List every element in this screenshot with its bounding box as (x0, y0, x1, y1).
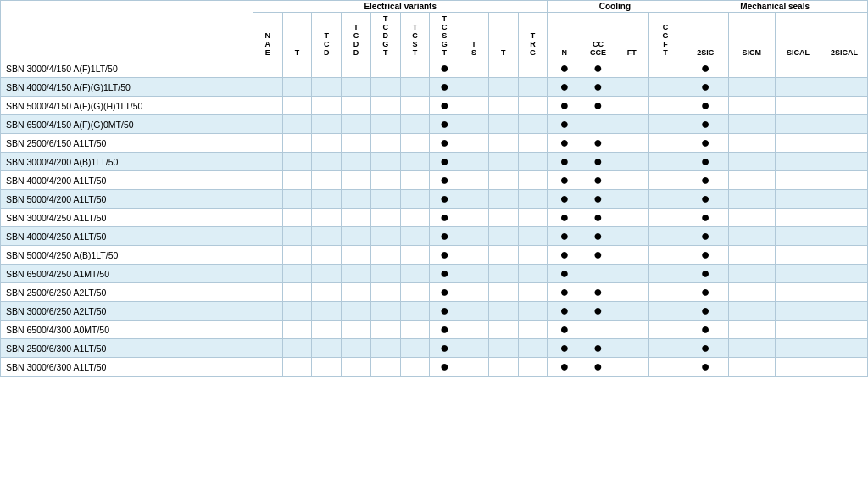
mech-cell: ● (682, 283, 729, 302)
table-row: SBN 4000/4/150 A(F)(G)1LT/50●●●● (1, 78, 868, 97)
elec-cell (518, 321, 548, 339)
elec-cell (342, 302, 371, 321)
mech-cell (821, 358, 868, 376)
mech-cell: ● (682, 115, 729, 134)
cool-cell (648, 153, 682, 171)
row-name: SBN 3000/4/150 A(F)1LT/50 (1, 59, 253, 78)
elec-cell (282, 97, 312, 115)
cool-cell: ● (548, 246, 581, 265)
elec-cell (518, 78, 548, 97)
elec-cell: ● (430, 358, 459, 376)
cool-cell: ● (581, 78, 615, 97)
cool-cell (615, 265, 648, 283)
cool-cell: ● (548, 115, 581, 134)
cool-cell (581, 265, 615, 283)
elec-cell (342, 171, 371, 190)
elec-cell (282, 227, 312, 246)
mech-cell (775, 171, 821, 190)
elec-cell (459, 283, 489, 302)
elec-cell (282, 134, 312, 153)
elec-cell: ● (430, 321, 459, 339)
cool-cell: ● (548, 265, 581, 283)
elec-cell (518, 59, 548, 78)
mech-cell (728, 171, 775, 190)
cool-cell: ● (548, 321, 581, 339)
elec-cell (282, 59, 312, 78)
elec-cell (370, 134, 400, 153)
cool-cell (648, 59, 682, 78)
table-row: SBN 6500/4/250 A1MT/50●●● (1, 265, 868, 283)
elec-cell: ● (430, 171, 459, 190)
elec-cell (400, 190, 430, 209)
elec-cell (312, 171, 342, 190)
cool-cell (615, 283, 648, 302)
cool-cell: ● (581, 153, 615, 171)
cool-cell (615, 171, 648, 190)
cool-cell (615, 97, 648, 115)
mech-cell: ● (682, 190, 729, 209)
cooling-header: Cooling (548, 1, 682, 13)
cool-cell (581, 321, 615, 339)
mech-cell (821, 302, 868, 321)
mech-cell: ● (682, 171, 729, 190)
elec-cell (282, 283, 312, 302)
elec-cell (488, 134, 518, 153)
mech-cell (775, 115, 821, 134)
elec-cell (400, 115, 430, 134)
elec-cell (370, 97, 400, 115)
elec-cell (253, 171, 282, 190)
row-name: SBN 3000/4/250 A1LT/50 (1, 209, 253, 227)
elec-cell: ● (430, 283, 459, 302)
cool-cell: ● (548, 339, 581, 358)
mech-cell: ● (682, 227, 729, 246)
cool-cell: ● (581, 171, 615, 190)
mech-cell (728, 339, 775, 358)
elec-cell (312, 153, 342, 171)
mech-col-0: 2SIC (682, 13, 729, 59)
row-name: SBN 5000/4/250 A(B)1LT/50 (1, 246, 253, 265)
elec-cell (400, 358, 430, 376)
elec-cell (342, 115, 371, 134)
mech-cell (728, 78, 775, 97)
cool-cell (648, 134, 682, 153)
elec-cell (282, 339, 312, 358)
elec-cell (518, 134, 548, 153)
mech-cell (728, 59, 775, 78)
elec-cell (370, 358, 400, 376)
mech-cell (775, 209, 821, 227)
elec-cell (400, 59, 430, 78)
table-row: SBN 4000/4/250 A1LT/50●●●● (1, 227, 868, 246)
elec-cell: ● (430, 339, 459, 358)
elec-cell (342, 227, 371, 246)
elec-col-0: NAE (253, 13, 282, 59)
elec-cell (342, 358, 371, 376)
elec-cell (312, 227, 342, 246)
elec-cell (488, 302, 518, 321)
cool-cell (615, 78, 648, 97)
elec-cell (282, 190, 312, 209)
mech-cell (821, 246, 868, 265)
elec-col-4: TCDGT (370, 13, 400, 59)
row-name: SBN 4000/4/200 A1LT/50 (1, 171, 253, 190)
cool-cell: ● (581, 227, 615, 246)
elec-cell (459, 153, 489, 171)
elec-cell (488, 153, 518, 171)
elec-cell (282, 153, 312, 171)
elec-col-1: T (282, 13, 312, 59)
cool-cell (615, 358, 648, 376)
elec-cell (459, 227, 489, 246)
cool-cell (648, 171, 682, 190)
mech-cell: ● (682, 78, 729, 97)
table-row: SBN 2500/6/150 A1LT/50●●●● (1, 134, 868, 153)
elec-cell (518, 171, 548, 190)
elec-cell (370, 246, 400, 265)
table-row: SBN 2500/6/250 A2LT/50●●●● (1, 283, 868, 302)
elec-cell: ● (430, 115, 459, 134)
elec-col-6: TCSGT (430, 13, 459, 59)
mech-cell (821, 97, 868, 115)
elec-cell (488, 246, 518, 265)
elec-cell (253, 227, 282, 246)
elec-cell (400, 227, 430, 246)
cool-cell: ● (581, 190, 615, 209)
mech-cell (728, 134, 775, 153)
